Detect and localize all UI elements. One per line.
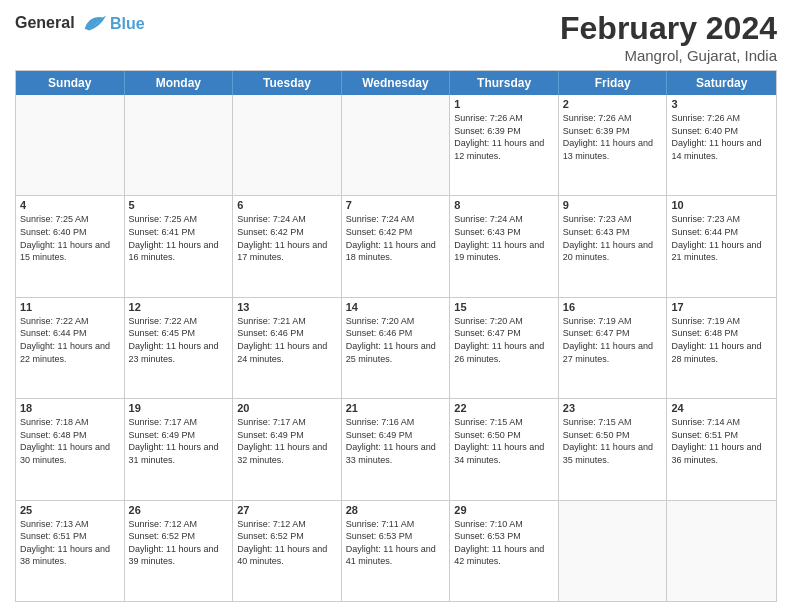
header: General Blue February 2024 Mangrol, Guja… bbox=[15, 10, 777, 64]
day-info: Sunrise: 7:14 AM Sunset: 6:51 PM Dayligh… bbox=[671, 416, 772, 466]
day-info: Sunrise: 7:22 AM Sunset: 6:45 PM Dayligh… bbox=[129, 315, 229, 365]
day-number: 21 bbox=[346, 402, 446, 414]
day-info: Sunrise: 7:21 AM Sunset: 6:46 PM Dayligh… bbox=[237, 315, 337, 365]
day-info: Sunrise: 7:19 AM Sunset: 6:47 PM Dayligh… bbox=[563, 315, 663, 365]
day-info: Sunrise: 7:13 AM Sunset: 6:51 PM Dayligh… bbox=[20, 518, 120, 568]
day-number: 19 bbox=[129, 402, 229, 414]
day-cell: 20Sunrise: 7:17 AM Sunset: 6:49 PM Dayli… bbox=[233, 399, 342, 499]
week-row-3: 11Sunrise: 7:22 AM Sunset: 6:44 PM Dayli… bbox=[16, 297, 776, 398]
day-cell bbox=[233, 95, 342, 195]
day-number: 3 bbox=[671, 98, 772, 110]
day-number: 8 bbox=[454, 199, 554, 211]
day-header-tuesday: Tuesday bbox=[233, 71, 342, 95]
day-cell: 29Sunrise: 7:10 AM Sunset: 6:53 PM Dayli… bbox=[450, 501, 559, 601]
day-number: 16 bbox=[563, 301, 663, 313]
day-info: Sunrise: 7:23 AM Sunset: 6:44 PM Dayligh… bbox=[671, 213, 772, 263]
logo-general: General bbox=[15, 14, 75, 31]
day-cell: 23Sunrise: 7:15 AM Sunset: 6:50 PM Dayli… bbox=[559, 399, 668, 499]
day-header-sunday: Sunday bbox=[16, 71, 125, 95]
day-info: Sunrise: 7:25 AM Sunset: 6:40 PM Dayligh… bbox=[20, 213, 120, 263]
day-cell: 11Sunrise: 7:22 AM Sunset: 6:44 PM Dayli… bbox=[16, 298, 125, 398]
day-cell: 1Sunrise: 7:26 AM Sunset: 6:39 PM Daylig… bbox=[450, 95, 559, 195]
day-info: Sunrise: 7:18 AM Sunset: 6:48 PM Dayligh… bbox=[20, 416, 120, 466]
day-cell: 14Sunrise: 7:20 AM Sunset: 6:46 PM Dayli… bbox=[342, 298, 451, 398]
day-info: Sunrise: 7:26 AM Sunset: 6:40 PM Dayligh… bbox=[671, 112, 772, 162]
day-number: 18 bbox=[20, 402, 120, 414]
calendar-subtitle: Mangrol, Gujarat, India bbox=[560, 47, 777, 64]
page: General Blue February 2024 Mangrol, Guja… bbox=[0, 0, 792, 612]
day-cell bbox=[559, 501, 668, 601]
day-number: 25 bbox=[20, 504, 120, 516]
day-info: Sunrise: 7:11 AM Sunset: 6:53 PM Dayligh… bbox=[346, 518, 446, 568]
day-number: 9 bbox=[563, 199, 663, 211]
day-cell: 3Sunrise: 7:26 AM Sunset: 6:40 PM Daylig… bbox=[667, 95, 776, 195]
day-cell: 4Sunrise: 7:25 AM Sunset: 6:40 PM Daylig… bbox=[16, 196, 125, 296]
weeks: 1Sunrise: 7:26 AM Sunset: 6:39 PM Daylig… bbox=[16, 95, 776, 601]
day-number: 13 bbox=[237, 301, 337, 313]
day-info: Sunrise: 7:26 AM Sunset: 6:39 PM Dayligh… bbox=[454, 112, 554, 162]
day-cell: 27Sunrise: 7:12 AM Sunset: 6:52 PM Dayli… bbox=[233, 501, 342, 601]
day-cell: 21Sunrise: 7:16 AM Sunset: 6:49 PM Dayli… bbox=[342, 399, 451, 499]
day-number: 4 bbox=[20, 199, 120, 211]
day-cell: 28Sunrise: 7:11 AM Sunset: 6:53 PM Dayli… bbox=[342, 501, 451, 601]
day-cell: 7Sunrise: 7:24 AM Sunset: 6:42 PM Daylig… bbox=[342, 196, 451, 296]
day-number: 11 bbox=[20, 301, 120, 313]
day-cell: 5Sunrise: 7:25 AM Sunset: 6:41 PM Daylig… bbox=[125, 196, 234, 296]
day-header-friday: Friday bbox=[559, 71, 668, 95]
day-cell: 26Sunrise: 7:12 AM Sunset: 6:52 PM Dayli… bbox=[125, 501, 234, 601]
day-cell: 19Sunrise: 7:17 AM Sunset: 6:49 PM Dayli… bbox=[125, 399, 234, 499]
day-info: Sunrise: 7:25 AM Sunset: 6:41 PM Dayligh… bbox=[129, 213, 229, 263]
day-number: 6 bbox=[237, 199, 337, 211]
day-cell: 12Sunrise: 7:22 AM Sunset: 6:45 PM Dayli… bbox=[125, 298, 234, 398]
day-number: 29 bbox=[454, 504, 554, 516]
day-number: 1 bbox=[454, 98, 554, 110]
week-row-5: 25Sunrise: 7:13 AM Sunset: 6:51 PM Dayli… bbox=[16, 500, 776, 601]
calendar-title: February 2024 bbox=[560, 10, 777, 47]
day-header-thursday: Thursday bbox=[450, 71, 559, 95]
day-cell: 9Sunrise: 7:23 AM Sunset: 6:43 PM Daylig… bbox=[559, 196, 668, 296]
day-cell: 17Sunrise: 7:19 AM Sunset: 6:48 PM Dayli… bbox=[667, 298, 776, 398]
day-info: Sunrise: 7:24 AM Sunset: 6:42 PM Dayligh… bbox=[237, 213, 337, 263]
title-block: February 2024 Mangrol, Gujarat, India bbox=[560, 10, 777, 64]
day-cell: 2Sunrise: 7:26 AM Sunset: 6:39 PM Daylig… bbox=[559, 95, 668, 195]
day-info: Sunrise: 7:19 AM Sunset: 6:48 PM Dayligh… bbox=[671, 315, 772, 365]
day-number: 7 bbox=[346, 199, 446, 211]
day-info: Sunrise: 7:23 AM Sunset: 6:43 PM Dayligh… bbox=[563, 213, 663, 263]
day-info: Sunrise: 7:22 AM Sunset: 6:44 PM Dayligh… bbox=[20, 315, 120, 365]
day-number: 23 bbox=[563, 402, 663, 414]
day-header-saturday: Saturday bbox=[667, 71, 776, 95]
day-cell: 8Sunrise: 7:24 AM Sunset: 6:43 PM Daylig… bbox=[450, 196, 559, 296]
day-number: 10 bbox=[671, 199, 772, 211]
logo-blue: Blue bbox=[110, 15, 145, 33]
day-info: Sunrise: 7:17 AM Sunset: 6:49 PM Dayligh… bbox=[237, 416, 337, 466]
logo-bird-icon bbox=[80, 10, 108, 38]
day-cell: 24Sunrise: 7:14 AM Sunset: 6:51 PM Dayli… bbox=[667, 399, 776, 499]
day-number: 5 bbox=[129, 199, 229, 211]
day-cell bbox=[125, 95, 234, 195]
day-cell: 6Sunrise: 7:24 AM Sunset: 6:42 PM Daylig… bbox=[233, 196, 342, 296]
day-info: Sunrise: 7:12 AM Sunset: 6:52 PM Dayligh… bbox=[237, 518, 337, 568]
day-info: Sunrise: 7:26 AM Sunset: 6:39 PM Dayligh… bbox=[563, 112, 663, 162]
day-header-wednesday: Wednesday bbox=[342, 71, 451, 95]
day-cell: 16Sunrise: 7:19 AM Sunset: 6:47 PM Dayli… bbox=[559, 298, 668, 398]
day-cell bbox=[667, 501, 776, 601]
day-info: Sunrise: 7:24 AM Sunset: 6:42 PM Dayligh… bbox=[346, 213, 446, 263]
day-number: 28 bbox=[346, 504, 446, 516]
day-info: Sunrise: 7:10 AM Sunset: 6:53 PM Dayligh… bbox=[454, 518, 554, 568]
day-number: 2 bbox=[563, 98, 663, 110]
day-cell: 10Sunrise: 7:23 AM Sunset: 6:44 PM Dayli… bbox=[667, 196, 776, 296]
week-row-1: 1Sunrise: 7:26 AM Sunset: 6:39 PM Daylig… bbox=[16, 95, 776, 195]
day-header-monday: Monday bbox=[125, 71, 234, 95]
day-number: 24 bbox=[671, 402, 772, 414]
day-number: 12 bbox=[129, 301, 229, 313]
day-info: Sunrise: 7:15 AM Sunset: 6:50 PM Dayligh… bbox=[454, 416, 554, 466]
day-info: Sunrise: 7:15 AM Sunset: 6:50 PM Dayligh… bbox=[563, 416, 663, 466]
day-number: 14 bbox=[346, 301, 446, 313]
day-cell: 18Sunrise: 7:18 AM Sunset: 6:48 PM Dayli… bbox=[16, 399, 125, 499]
day-info: Sunrise: 7:24 AM Sunset: 6:43 PM Dayligh… bbox=[454, 213, 554, 263]
logo: General Blue bbox=[15, 10, 145, 38]
day-info: Sunrise: 7:16 AM Sunset: 6:49 PM Dayligh… bbox=[346, 416, 446, 466]
day-number: 26 bbox=[129, 504, 229, 516]
day-info: Sunrise: 7:20 AM Sunset: 6:46 PM Dayligh… bbox=[346, 315, 446, 365]
day-cell: 15Sunrise: 7:20 AM Sunset: 6:47 PM Dayli… bbox=[450, 298, 559, 398]
